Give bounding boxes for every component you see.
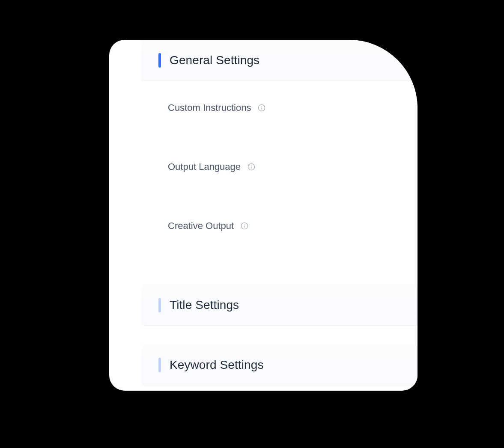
section-body-general: Custom Instructions Output Language	[141, 81, 418, 266]
label-output-language: Output Language	[168, 161, 241, 172]
row-output-language: Output Language	[168, 161, 418, 172]
section-gap	[141, 266, 418, 285]
section-title-keyword: Keyword Settings	[170, 358, 264, 372]
accent-bar-icon	[158, 53, 161, 68]
info-icon[interactable]	[240, 221, 249, 231]
section-header-general[interactable]: General Settings	[141, 40, 418, 81]
svg-point-5	[251, 165, 251, 166]
label-creative-output: Creative Output	[168, 220, 234, 231]
section-title-general: General Settings	[170, 53, 259, 67]
svg-point-2	[262, 106, 262, 107]
section-title-title: Title Settings	[170, 298, 239, 312]
accent-bar-icon	[158, 298, 161, 312]
section-header-keyword[interactable]: Keyword Settings	[141, 344, 418, 386]
row-creative-output: Creative Output	[168, 220, 418, 231]
row-custom-instructions: Custom Instructions	[168, 102, 418, 113]
info-icon[interactable]	[257, 103, 266, 113]
settings-card: General Settings Custom Instructions Out…	[109, 40, 418, 391]
section-header-title[interactable]: Title Settings	[141, 285, 418, 326]
accent-bar-icon	[158, 358, 161, 372]
section-gap	[141, 326, 418, 344]
info-icon[interactable]	[247, 162, 256, 172]
svg-point-8	[244, 224, 245, 225]
settings-inner: General Settings Custom Instructions Out…	[141, 40, 418, 391]
label-custom-instructions: Custom Instructions	[168, 102, 251, 113]
